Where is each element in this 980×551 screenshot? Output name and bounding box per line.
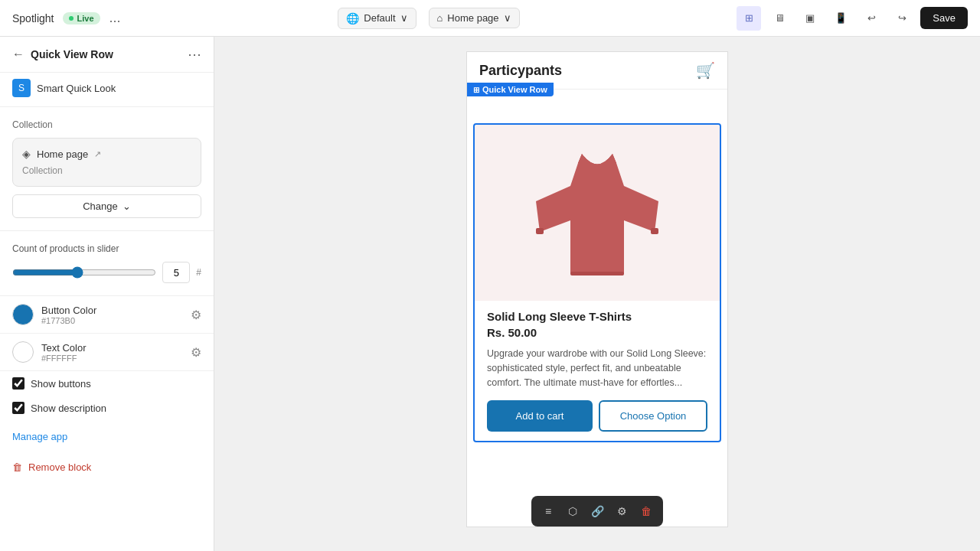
text-color-row: Text Color #FFFFFF ⚙ <box>0 334 214 371</box>
collection-sub-label: Collection <box>22 165 63 176</box>
ext-link-icon: ↗ <box>94 149 101 159</box>
product-name: Solid Long Sleeve T-Shirts <box>487 310 707 323</box>
add-to-cart-button[interactable]: Add to cart <box>487 400 593 432</box>
slider-section: Count of products in slider 5 # <box>0 231 214 296</box>
collection-section: Collection ◈ Home page ↗ Collection Chan… <box>0 107 214 231</box>
tag-icon: ◈ <box>22 148 31 160</box>
cart-icon[interactable]: 🛒 <box>696 61 715 80</box>
button-color-row: Button Color #1773B0 ⚙ <box>0 296 214 334</box>
show-description-checkbox[interactable] <box>12 402 24 414</box>
top-bar-center: 🌐 Default ∨ ⌂ Home page ∨ <box>338 8 519 29</box>
change-button[interactable]: Change ⌄ <box>12 194 201 218</box>
svg-rect-2 <box>570 272 624 276</box>
product-image <box>528 132 666 293</box>
svg-rect-1 <box>651 228 658 234</box>
top-bar-right: ⊞ 🖥 ▣ 📱 ↩ ↪ Save <box>737 6 968 31</box>
collection-card-header: ◈ Home page ↗ <box>22 148 191 160</box>
globe-icon: 🌐 <box>346 12 359 24</box>
tablet-view-button[interactable]: ▣ <box>798 6 822 31</box>
live-dot-icon <box>69 16 74 21</box>
top-bar: Spotlight Live ... 🌐 Default ∨ ⌂ Home pa… <box>0 0 980 37</box>
desktop-view-button[interactable]: 🖥 <box>767 6 792 31</box>
text-color-left: Text Color #FFFFFF <box>12 341 87 363</box>
mobile-view-button[interactable]: 📱 <box>828 6 853 31</box>
default-dropdown[interactable]: 🌐 Default ∨ <box>338 8 416 29</box>
manage-app-link[interactable]: Manage app <box>12 431 67 442</box>
live-badge: Live <box>63 12 100 24</box>
sidebar-more-button[interactable]: ⋯ <box>188 46 201 63</box>
product-info: Solid Long Sleeve T-Shirts Rs. 50.00 Upg… <box>475 301 720 441</box>
toolbar-settings-button[interactable]: ⚙ <box>611 500 632 522</box>
show-buttons-checkbox[interactable] <box>12 377 24 390</box>
product-actions: Add to cart Choose Option <box>487 400 707 432</box>
home-icon: ⌂ <box>437 12 443 24</box>
chevron-down-icon2: ∨ <box>504 12 511 24</box>
brand-label: Spotlight <box>12 12 54 24</box>
site-name: Particypants <box>479 63 562 79</box>
sidebar-header-left: ← Quick View Row <box>12 47 113 61</box>
show-description-row: Show description <box>0 396 214 420</box>
product-description: Upgrade your wardrobe with our Solid Lon… <box>487 347 707 390</box>
main-layout: ← Quick View Row ⋯ S Smart Quick Look Co… <box>0 37 980 551</box>
collection-section-label: Collection <box>12 119 201 130</box>
product-price: Rs. 50.00 <box>487 326 707 339</box>
slider-label: Count of products in slider <box>12 243 201 254</box>
collection-name: Home page <box>37 148 88 160</box>
toolbar-align-left-button[interactable]: ≡ <box>537 500 559 522</box>
toolbar-align-center-button[interactable]: ⬡ <box>562 500 583 522</box>
sidebar: ← Quick View Row ⋯ S Smart Quick Look Co… <box>0 37 214 551</box>
product-card: Solid Long Sleeve T-Shirts Rs. 50.00 Upg… <box>473 123 721 442</box>
show-buttons-label: Show buttons <box>31 378 91 390</box>
slider-row: 5 # <box>12 262 201 283</box>
text-color-swatch[interactable] <box>12 341 34 363</box>
more-menu-button[interactable]: ... <box>109 10 121 26</box>
canvas: Particypants 🛒 ⊞ Quick View Row <box>214 37 980 551</box>
remove-block-label: Remove block <box>28 461 91 473</box>
collection-card: ◈ Home page ↗ Collection <box>12 138 201 187</box>
svg-rect-0 <box>536 228 544 234</box>
app-icon: S <box>12 79 31 97</box>
manage-link-container: Manage app <box>0 420 214 452</box>
toolbar-delete-button[interactable]: 🗑 <box>635 500 657 522</box>
trash-icon: 🗑 <box>12 461 22 473</box>
change-label: Change <box>83 201 118 212</box>
homepage-label: Home page <box>447 12 498 24</box>
button-color-name: Button Color <box>41 305 96 316</box>
app-row: S Smart Quick Look <box>0 73 214 107</box>
back-button[interactable]: ← <box>12 47 24 61</box>
redo-button[interactable]: ↪ <box>890 6 914 31</box>
slider-hash: # <box>196 267 201 278</box>
top-bar-left: Spotlight Live ... <box>12 10 121 26</box>
button-color-hex: #1773B0 <box>41 316 96 325</box>
sidebar-header: ← Quick View Row ⋯ <box>0 37 214 73</box>
chevron-down-icon3: ⌄ <box>122 201 131 212</box>
app-name-label: Smart Quick Look <box>37 83 116 94</box>
toolbar-link-button[interactable]: 🔗 <box>586 500 608 522</box>
text-color-info: Text Color #FFFFFF <box>41 342 87 363</box>
text-color-layers-icon[interactable]: ⚙ <box>191 345 201 360</box>
button-color-left: Button Color #1773B0 <box>12 304 96 325</box>
button-color-layers-icon[interactable]: ⚙ <box>191 308 201 322</box>
product-image-area <box>475 125 720 301</box>
remove-block-button[interactable]: 🗑 Remove block <box>0 452 103 482</box>
page-frame: Particypants 🛒 ⊞ Quick View Row <box>467 52 727 527</box>
slider-value-display: 5 <box>162 262 190 283</box>
homepage-dropdown[interactable]: ⌂ Home page ∨ <box>429 8 520 28</box>
sidebar-title: Quick View Row <box>31 48 113 60</box>
chevron-down-icon: ∨ <box>400 12 408 24</box>
choose-option-button[interactable]: Choose Option <box>599 400 707 432</box>
live-label: Live <box>77 14 93 23</box>
text-color-name: Text Color <box>41 342 87 354</box>
grid-view-button[interactable]: ⊞ <box>737 6 761 31</box>
save-button[interactable]: Save <box>920 7 968 29</box>
undo-button[interactable]: ↩ <box>859 6 884 31</box>
show-description-label: Show description <box>31 403 106 414</box>
qvr-label-text: Quick View Row <box>482 85 547 94</box>
products-count-slider[interactable] <box>12 266 156 279</box>
show-buttons-row: Show buttons <box>0 371 214 396</box>
text-color-hex: #FFFFFF <box>41 354 87 363</box>
bottom-toolbar: ≡ ⬡ 🔗 ⚙ 🗑 <box>531 496 663 527</box>
quick-view-row-label[interactable]: ⊞ Quick View Row <box>467 83 554 96</box>
default-label: Default <box>364 12 395 24</box>
button-color-swatch[interactable] <box>12 304 34 325</box>
